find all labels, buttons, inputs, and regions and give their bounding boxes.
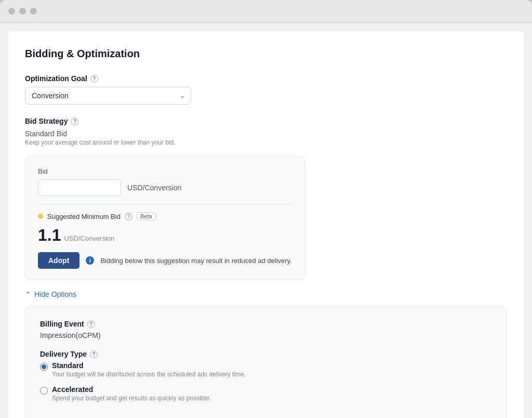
delivery-standard-radio[interactable] xyxy=(40,363,48,371)
main-content: Bidding & Optimization Optimization Goal… xyxy=(8,31,524,418)
hide-options-row[interactable]: ⌃ Hide Options xyxy=(25,290,507,298)
chevron-up-icon: ⌃ xyxy=(25,290,31,298)
delivery-type-label: Delivery Type ? xyxy=(40,350,492,358)
optimization-goal-label: Optimization Goal ? xyxy=(25,74,507,83)
optimization-goal-select[interactable]: Conversion Click Reach Video Views xyxy=(25,87,191,104)
delivery-accelerated-label-group: Accelerated Spend your budget and get re… xyxy=(52,385,211,402)
billing-event-value: Impression(oCPM) xyxy=(40,331,492,339)
bid-input-row: USD/Conversion xyxy=(38,179,292,196)
page-title: Bidding & Optimization xyxy=(25,48,507,60)
delivery-standard-option: Standard Your budget will be distributed… xyxy=(40,361,492,378)
adopt-message: Bidding below this suggestion may result… xyxy=(100,257,291,265)
suggested-bid-unit: USD/Conversion xyxy=(64,234,114,242)
delivery-type-section: Delivery Type ? Standard Your budget wil… xyxy=(40,350,492,402)
bid-value-row: 1.1 USD/Conversion xyxy=(38,226,292,245)
billing-event-label: Billing Event ? xyxy=(40,320,492,328)
app-window: Bidding & Optimization Optimization Goal… xyxy=(0,0,532,418)
suggested-bid-value: 1.1 xyxy=(38,226,61,245)
yellow-dot-icon xyxy=(38,214,43,219)
optimization-goal-select-wrapper: Conversion Click Reach Video Views ⌄ xyxy=(25,87,191,104)
titlebar xyxy=(0,0,532,23)
beta-badge: Beta xyxy=(137,212,156,220)
maximize-button[interactable] xyxy=(30,8,37,15)
delivery-accelerated-radio[interactable] xyxy=(40,387,48,395)
options-card: Billing Event ? Impression(oCPM) Deliver… xyxy=(25,307,507,418)
bid-strategy-label: Bid Strategy ? xyxy=(25,117,507,125)
billing-event-help-icon[interactable]: ? xyxy=(87,320,95,328)
divider xyxy=(38,204,292,205)
optimization-goal-help-icon[interactable]: ? xyxy=(90,75,98,83)
delivery-type-help-icon[interactable]: ? xyxy=(90,350,98,358)
suggested-bid-help-icon[interactable]: ? xyxy=(125,213,132,220)
delivery-accelerated-desc: Spend your budget and get results as qui… xyxy=(52,395,211,402)
suggested-bid-label: Suggested Minimum Bid xyxy=(47,213,121,220)
adopt-row: Adopt i Bidding below this suggestion ma… xyxy=(38,252,292,269)
delivery-accelerated-option: Accelerated Spend your budget and get re… xyxy=(40,385,492,402)
delivery-standard-label: Standard xyxy=(52,361,246,370)
bid-card: Bid USD/Conversion Suggested Minimum Bid… xyxy=(25,156,305,280)
bid-input-label: Bid xyxy=(38,167,292,175)
suggested-bid-row: Suggested Minimum Bid ? Beta xyxy=(38,212,292,220)
bid-unit: USD/Conversion xyxy=(127,184,181,192)
minimize-button[interactable] xyxy=(19,8,26,15)
bid-input[interactable] xyxy=(38,179,121,196)
bid-strategy-section: Bid Strategy ? Standard Bid Keep your av… xyxy=(25,117,507,146)
info-icon: i xyxy=(86,256,94,265)
delivery-standard-label-group: Standard Your budget will be distributed… xyxy=(52,361,246,378)
close-button[interactable] xyxy=(8,8,15,15)
bid-strategy-title: Standard Bid xyxy=(25,129,507,138)
bid-strategy-description: Keep your average cost around or lower t… xyxy=(25,139,507,146)
adopt-button[interactable]: Adopt xyxy=(38,252,79,269)
delivery-accelerated-label: Accelerated xyxy=(52,385,211,394)
bid-strategy-help-icon[interactable]: ? xyxy=(71,117,78,125)
hide-options-label: Hide Options xyxy=(34,290,76,298)
delivery-standard-desc: Your budget will be distributed across t… xyxy=(52,371,246,378)
